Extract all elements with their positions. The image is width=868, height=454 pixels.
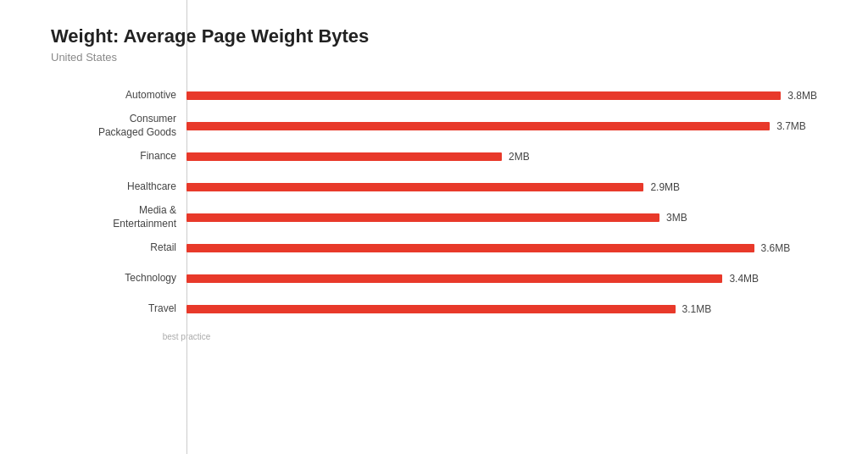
bar-track: 3.7MB (186, 120, 817, 132)
bar-track: 2.9MB (186, 181, 817, 193)
bar-label: Media & Entertainment (51, 204, 186, 230)
chart-subtitle: United States (51, 51, 817, 64)
bar-fill (186, 274, 722, 283)
bar-row: Automotive3.8MB (51, 80, 817, 111)
bar-fill (186, 122, 770, 130)
bar-value: 3MB (666, 212, 687, 224)
bar-value: 3.4MB (729, 273, 759, 285)
bar-label: Consumer Packaged Goods (51, 113, 186, 139)
bar-fill (186, 91, 781, 100)
bar-row: Finance2MB (51, 141, 817, 172)
bar-fill (186, 152, 502, 161)
bar-track: 3MB (186, 212, 817, 224)
bar-label: Automotive (51, 89, 186, 102)
bar-row: Media & Entertainment3MB (51, 202, 817, 233)
bar-track: 3.6MB (186, 242, 817, 254)
best-practice-label: best practice (163, 332, 211, 341)
chart-title: Weight: Average Page Weight Bytes (51, 25, 817, 47)
bar-value: 3.6MB (761, 242, 791, 254)
bar-track: 3.8MB (186, 90, 817, 102)
bar-label: Retail (51, 241, 186, 255)
bar-value: 2MB (509, 151, 530, 163)
bar-label: Travel (51, 302, 186, 316)
bar-row: Healthcare2.9MB (51, 172, 817, 202)
bar-label: Finance (51, 150, 186, 163)
bar-track: 3.4MB (186, 273, 817, 285)
bar-row: Travel3.1MB (51, 294, 817, 324)
bar-track: 2MB (186, 151, 817, 163)
bar-fill (186, 305, 676, 313)
bar-value: 3.8MB (787, 90, 817, 102)
chart-area: Automotive3.8MBConsumer Packaged Goods3.… (51, 80, 817, 324)
bar-row: Technology3.4MB (51, 263, 817, 294)
bar-value: 3.1MB (682, 303, 712, 315)
bar-label: Technology (51, 272, 186, 285)
bar-fill (186, 213, 659, 222)
bar-fill (186, 183, 643, 191)
best-practice-container: best practice (186, 328, 817, 341)
bar-fill (186, 244, 754, 252)
chart-container: Weight: Average Page Weight Bytes United… (0, 0, 868, 454)
bar-value: 2.9MB (650, 181, 680, 193)
bar-track: 3.1MB (186, 303, 817, 315)
bar-row: Retail3.6MB (51, 233, 817, 263)
bar-label: Healthcare (51, 180, 186, 194)
bar-row: Consumer Packaged Goods3.7MB (51, 111, 817, 141)
bar-value: 3.7MB (776, 120, 806, 132)
